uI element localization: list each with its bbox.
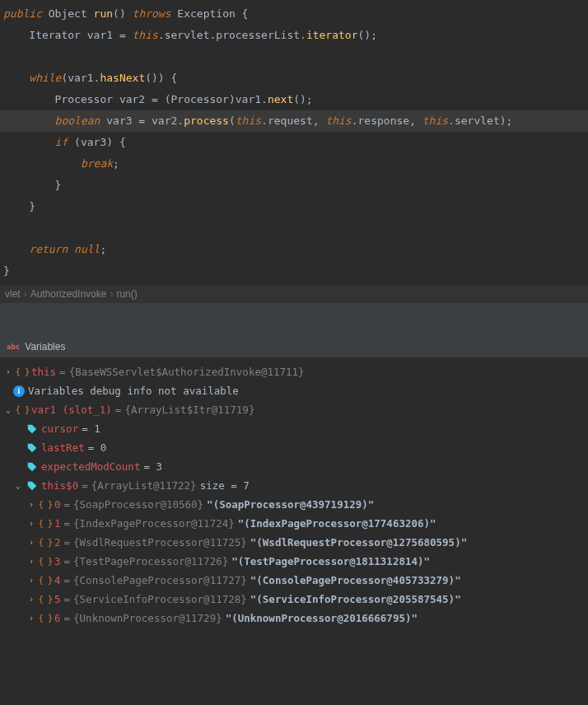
var-value: "(UnknownProcessor@2016666795)" <box>226 612 418 624</box>
variable-row-var1[interactable]: ⌄ { } var1 (slot_1) = {ArrayList$Itr@117… <box>0 400 588 419</box>
code-line: while(var1.hasNext()) { <box>0 68 588 89</box>
var-index: 2 <box>54 536 61 549</box>
code-line-current: boolean var3 = var2.process(this.request… <box>0 110 588 132</box>
code-editor[interactable]: public Object run() throws Exception { I… <box>0 0 588 285</box>
code-line: if (var3) { <box>0 132 588 153</box>
expand-icon[interactable]: › <box>26 576 36 585</box>
expand-icon[interactable]: › <box>26 538 36 547</box>
var-type: {ArrayList$Itr@11719} <box>124 404 254 416</box>
array-item-row[interactable]: ›{ }2 = {WsdlRequestProcessor@11725} "(W… <box>0 533 588 552</box>
panel-divider[interactable] <box>0 303 588 336</box>
var-index: 1 <box>54 517 61 530</box>
var-name: this <box>31 366 56 378</box>
object-icon: { } <box>40 537 51 549</box>
expand-icon[interactable]: › <box>26 595 36 604</box>
var-type: {TestPageProcessor@11726} <box>73 555 228 567</box>
expand-icon[interactable]: › <box>3 367 13 376</box>
breadcrumb-item[interactable]: AuthorizedInvoke <box>30 288 107 300</box>
var-value: "(WsdlRequestProcessor@1275680595)" <box>250 536 467 549</box>
expand-icon[interactable]: › <box>26 500 36 509</box>
array-item-row[interactable]: ›{ }4 = {ConsolePageProcessor@11727} "(C… <box>0 571 588 590</box>
variables-panel-header[interactable]: abc Variables <box>0 336 588 357</box>
var-value: = 0 <box>88 441 107 454</box>
breadcrumb[interactable]: vlet›AuthorizedInvoke›run() <box>0 285 588 303</box>
code-line: Processor var2 = (Processor)var1.next(); <box>0 89 588 110</box>
var-value: "(ServiceInfoProcessor@205587545)" <box>250 593 461 605</box>
expand-icon[interactable]: › <box>26 614 36 623</box>
array-item-row[interactable]: ›{ }5 = {ServiceInfoProcessor@11728} "(S… <box>0 590 588 609</box>
code-line: public Object run() throws Exception { <box>0 3 588 25</box>
var-size: size = 7 <box>200 479 250 492</box>
var-name: expectedModCount <box>41 460 140 473</box>
variable-row-lastret[interactable]: lastRet = 0 <box>0 438 588 457</box>
var-type: {IndexPageProcessor@11724} <box>73 517 235 530</box>
object-icon: { } <box>16 404 28 416</box>
var-type: {UnknownProcessor@11729} <box>73 612 222 624</box>
expand-icon[interactable]: › <box>26 519 36 528</box>
var-type: {BaseWSServlet$AuthorizedInvoke@11711} <box>69 366 305 378</box>
var-value: = 1 <box>82 423 100 435</box>
object-icon: { } <box>40 613 51 624</box>
var-value: = 3 <box>143 460 162 473</box>
collapse-icon[interactable]: ⌄ <box>13 481 23 490</box>
variables-panel[interactable]: › { } this = {BaseWSServlet$AuthorizedIn… <box>0 357 588 628</box>
code-line: Iterator var1 = this.servlet.processerLi… <box>0 25 588 46</box>
variables-title: Variables <box>25 341 65 352</box>
var-index: 0 <box>54 498 61 511</box>
breadcrumb-item[interactable]: run() <box>116 288 137 300</box>
chevron-right-icon: › <box>110 288 113 300</box>
var-index: 6 <box>54 612 61 624</box>
var-index: 5 <box>54 593 61 605</box>
var-name: lastRet <box>41 441 85 454</box>
code-line: break; <box>0 153 588 175</box>
var-name: this$0 <box>41 479 78 492</box>
code-line: return null; <box>0 239 588 260</box>
info-row: i Variables debug info not available <box>0 381 588 400</box>
var-type: {SoapProcessor@10560} <box>73 498 203 511</box>
array-item-row[interactable]: ›{ }3 = {TestPageProcessor@11726} "(Test… <box>0 552 588 571</box>
code-line <box>0 46 588 68</box>
var-value: "(ConsolePageProcessor@405733279)" <box>250 574 461 586</box>
var-type: {ArrayList@11722} <box>91 479 197 492</box>
var-value: "(TestPageProcessor@1811312814)" <box>231 555 430 567</box>
code-line: } <box>0 175 588 196</box>
var-index: 4 <box>54 574 61 586</box>
abc-icon: abc <box>7 343 20 351</box>
chevron-right-icon: › <box>24 288 27 300</box>
variable-row-expectedmodcount[interactable]: expectedModCount = 3 <box>0 457 588 476</box>
expand-icon[interactable]: › <box>26 557 36 566</box>
var-type: {WsdlRequestProcessor@11725} <box>73 536 247 549</box>
var-value: "(SoapProcessor@439719129)" <box>207 498 374 511</box>
var-name: cursor <box>41 423 78 435</box>
tag-icon <box>26 442 38 454</box>
object-icon: { } <box>40 556 51 567</box>
object-icon: { } <box>40 575 51 586</box>
var-index: 3 <box>54 555 61 567</box>
info-icon: i <box>13 385 25 397</box>
collapse-icon[interactable]: ⌄ <box>3 405 13 414</box>
variable-row-cursor[interactable]: cursor = 1 <box>0 419 588 438</box>
object-icon: { } <box>40 499 51 511</box>
object-icon: { } <box>40 518 51 530</box>
var-value: "(IndexPageProcessor@177463206)" <box>238 517 436 530</box>
info-text: Variables debug info not available <box>28 385 239 397</box>
code-line <box>0 217 588 239</box>
code-line: } <box>0 196 588 217</box>
array-item-row[interactable]: ›{ }0 = {SoapProcessor@10560} "(SoapProc… <box>0 495 588 514</box>
breadcrumb-item[interactable]: vlet <box>5 288 21 300</box>
var-type: {ConsolePageProcessor@11727} <box>73 574 247 586</box>
tag-icon <box>26 423 38 435</box>
tag-icon <box>26 461 38 473</box>
object-icon: { } <box>40 594 51 605</box>
var-type: {ServiceInfoProcessor@11728} <box>73 593 247 605</box>
variable-row-this0[interactable]: ⌄ this$0 = {ArrayList@11722} size = 7 <box>0 476 588 495</box>
code-line: } <box>0 260 588 282</box>
tag-icon <box>26 480 38 492</box>
object-icon: { } <box>16 367 28 378</box>
array-item-row[interactable]: ›{ }1 = {IndexPageProcessor@11724} "(Ind… <box>0 514 588 533</box>
variable-row-this[interactable]: › { } this = {BaseWSServlet$AuthorizedIn… <box>0 362 588 381</box>
array-item-row[interactable]: ›{ }6 = {UnknownProcessor@11729} "(Unkno… <box>0 609 588 628</box>
var-name: var1 (slot_1) <box>31 404 112 416</box>
